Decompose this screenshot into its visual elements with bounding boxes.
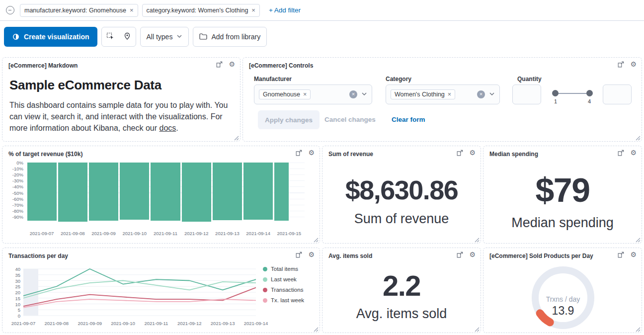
legend-item[interactable]: Transactions (263, 287, 304, 293)
panel-markdown[interactable]: [eCommerce] Markdown ⚙ Sample eCommerce … (2, 57, 241, 142)
bar-column (88, 163, 119, 223)
y-axis-label: 10 (15, 301, 20, 307)
add-from-library-label: Add from library (211, 33, 260, 41)
slider-handle-min[interactable] (552, 90, 559, 96)
panel-resize-handle[interactable] (474, 326, 480, 332)
clear-selection-icon[interactable]: × (477, 90, 485, 98)
y-axis-label: 30 (15, 278, 20, 283)
clear-selection-icon[interactable]: × (349, 90, 357, 98)
save-to-library-icon[interactable] (216, 61, 223, 68)
legend-item[interactable]: Total items (263, 266, 304, 272)
bar[interactable] (89, 163, 118, 221)
panel-sold-products[interactable]: [eCommerce] Sold Products per Day ⚙ Trxn… (483, 248, 642, 333)
remove-filter-icon[interactable]: × (251, 6, 255, 14)
bar[interactable] (27, 163, 57, 221)
manufacturer-combobox[interactable]: Gnomehouse × × (254, 84, 372, 104)
create-visualization-button[interactable]: Create visualization (4, 27, 97, 47)
select-panel-button[interactable] (102, 27, 119, 46)
panel-resize-handle[interactable] (635, 135, 641, 141)
panel-settings-gear-icon[interactable]: ⚙ (469, 149, 476, 157)
filter-pill-manufacturer[interactable]: manufacturer.keyword: Gnomehouse × (20, 4, 138, 17)
bar[interactable] (58, 163, 87, 222)
dashboard-toolbar: Create visualization All types Add from … (0, 21, 644, 53)
filter-set-menu-button[interactable] (4, 4, 16, 16)
legend-item[interactable]: Tx. last week (263, 297, 304, 303)
chevron-down-icon[interactable] (361, 91, 367, 98)
line-series-transactions[interactable] (23, 288, 256, 307)
bar[interactable] (151, 163, 180, 221)
remove-option-icon[interactable]: × (303, 91, 307, 98)
y-axis-label: -50% (12, 190, 23, 195)
panel-settings-gear-icon[interactable]: ⚙ (630, 61, 637, 68)
metric-label: Sum of revenue (354, 211, 449, 227)
legend-label: Tx. last week (271, 297, 304, 303)
filter-set-icon (6, 6, 14, 14)
y-axis-label: -90% (12, 214, 23, 219)
add-map-button[interactable] (119, 27, 136, 46)
bar[interactable] (120, 163, 149, 220)
save-to-library-icon[interactable] (617, 61, 624, 68)
panel-median-spending[interactable]: Median spending ⚙ $79 Median spending (483, 146, 642, 244)
panel-settings-gear-icon[interactable]: ⚙ (229, 61, 235, 68)
bar[interactable] (213, 163, 242, 220)
chevron-down-icon[interactable] (489, 91, 495, 98)
save-to-library-icon[interactable] (295, 251, 302, 258)
quantity-range-slider: 1 4 (552, 84, 593, 104)
metric-value: 2.2 (383, 269, 420, 302)
save-to-library-icon[interactable] (456, 251, 463, 258)
gauge-value: 13.9 (552, 304, 574, 317)
panel-transactions[interactable]: Transactions per day ⚙ 0510152025303540 … (2, 248, 320, 333)
filter-pill-label: category.keyword: Women's Clothing (147, 7, 248, 14)
cancel-changes-button[interactable]: Cancel changes (324, 116, 376, 123)
panel-resize-handle[interactable] (233, 135, 239, 141)
bar[interactable] (182, 163, 211, 222)
quantity-max-input[interactable] (603, 84, 632, 104)
save-to-library-icon[interactable] (456, 150, 463, 157)
panel-avg-items[interactable]: Avg. items sold ⚙ 2.2 Avg. items sold (322, 248, 481, 333)
remove-option-icon[interactable]: × (448, 91, 451, 98)
bar-column (212, 163, 242, 223)
legend-item[interactable]: Last week (263, 276, 304, 282)
markdown-text-end: . (176, 124, 178, 132)
panel-settings-gear-icon[interactable]: ⚙ (308, 251, 315, 258)
x-axis-label: 2021-09-14 (244, 321, 268, 326)
all-types-dropdown[interactable]: All types (140, 27, 189, 47)
slider-handle-max[interactable] (586, 90, 593, 96)
filter-pill-category[interactable]: category.keyword: Women's Clothing × (142, 4, 260, 17)
add-filter-link[interactable]: + Add filter (269, 6, 301, 14)
panel-sum-revenue[interactable]: Sum of revenue ⚙ $8,630.86 Sum of revenu… (322, 146, 481, 244)
quantity-min-input[interactable] (512, 84, 541, 104)
panel-settings-gear-icon[interactable]: ⚙ (630, 149, 637, 157)
remove-filter-icon[interactable]: × (130, 6, 134, 14)
panel-settings-gear-icon[interactable]: ⚙ (630, 251, 637, 258)
bar[interactable] (274, 163, 288, 221)
panel-resize-handle[interactable] (635, 326, 641, 332)
save-to-library-icon[interactable] (617, 150, 624, 157)
panel-resize-handle[interactable] (635, 237, 641, 243)
panel-resize-handle[interactable] (313, 326, 319, 332)
save-to-library-icon[interactable] (617, 251, 624, 258)
panel-controls[interactable]: [eCommerce] Controls ⚙ Manufacturer Cate… (242, 57, 642, 142)
y-axis-label: 0% (16, 160, 23, 166)
filter-bar: manufacturer.keyword: Gnomehouse × categ… (0, 0, 644, 21)
docs-link[interactable]: docs (160, 124, 176, 132)
panel-resize-handle[interactable] (474, 237, 480, 243)
category-selected-pill[interactable]: Women's Clothing × (391, 89, 455, 99)
legend-dot-icon (263, 267, 267, 271)
panel-resize-handle[interactable] (313, 237, 319, 243)
category-combobox[interactable]: Women's Clothing × × (386, 84, 500, 104)
panel-settings-gear-icon[interactable]: ⚙ (469, 251, 476, 258)
metric: 2.2 Avg. items sold (322, 248, 481, 333)
metric-value: $8,630.86 (345, 174, 458, 205)
apply-changes-button[interactable]: Apply changes (258, 110, 320, 129)
manufacturer-selected-pill[interactable]: Gnomehouse × (259, 89, 311, 99)
panel-target-revenue[interactable]: % of target revenue ($10k) ⚙ 0%-10%-20%-… (2, 146, 320, 244)
panel-title: Sum of revenue (328, 151, 373, 158)
save-to-library-icon[interactable] (295, 150, 302, 157)
dashboard-grid: [eCommerce] Markdown ⚙ Sample eCommerce … (0, 53, 644, 335)
markdown-body: This dashboard contains sample data for … (9, 99, 237, 134)
panel-settings-gear-icon[interactable]: ⚙ (308, 149, 315, 157)
add-from-library-button[interactable]: Add from library (193, 27, 267, 47)
bar[interactable] (243, 163, 273, 220)
clear-form-link[interactable]: Clear form (392, 116, 425, 123)
